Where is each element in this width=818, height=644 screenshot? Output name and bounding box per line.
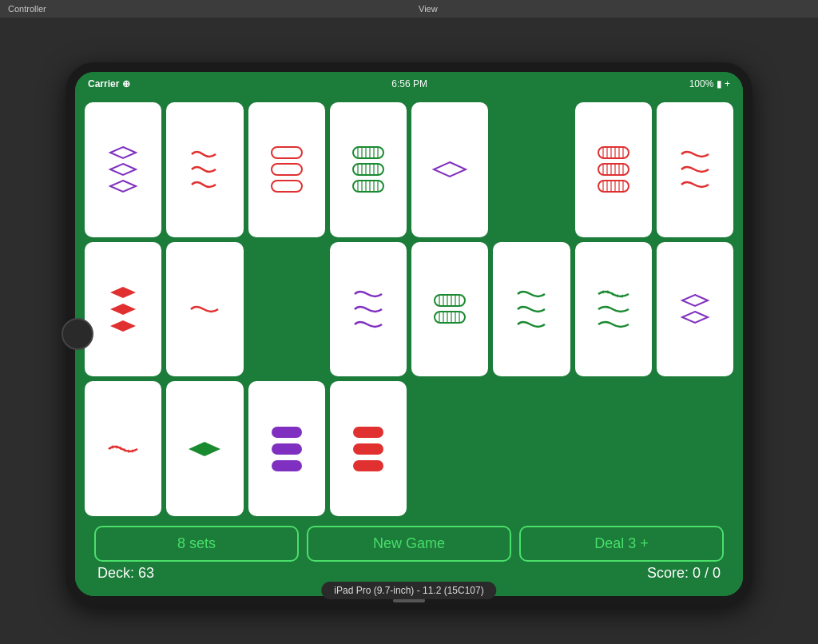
svg-marker-1 [110, 164, 136, 175]
svg-rect-92 [353, 443, 383, 455]
carrier-label: Carrier ⊕ [88, 78, 130, 89]
card-1[interactable] [85, 102, 161, 237]
card-7[interactable] [575, 102, 652, 237]
svg-marker-80 [682, 312, 708, 323]
card-19[interactable] [248, 381, 325, 516]
cards-grid [85, 102, 733, 516]
deck-info: Deck: 63 [97, 565, 154, 582]
card-2[interactable] [166, 102, 243, 237]
card-23-empty [575, 381, 652, 516]
card-14[interactable] [493, 242, 570, 377]
svg-marker-55 [110, 287, 136, 298]
svg-marker-79 [682, 295, 708, 306]
home-button[interactable] [62, 318, 93, 350]
card-4[interactable] [330, 102, 407, 237]
window-title-left: Controller [8, 4, 46, 14]
buttons-row: 8 sets New Game Deal 3 + [94, 526, 724, 562]
time-label: 6:56 PM [391, 78, 427, 89]
svg-marker-30 [434, 162, 466, 177]
deal-button[interactable]: Deal 3 + [519, 526, 724, 562]
window-chrome: Controller View [0, 0, 818, 18]
svg-marker-57 [110, 320, 136, 332]
card-21-empty [411, 381, 488, 516]
card-5[interactable] [411, 102, 488, 237]
card-9[interactable] [85, 242, 161, 377]
svg-rect-3 [272, 147, 302, 158]
card-22-empty [493, 381, 570, 516]
desktop: Controller View Carrier ⊕ 6:56 PM 100% ▮… [0, 0, 818, 644]
svg-rect-5 [272, 181, 302, 192]
card-16[interactable] [657, 242, 733, 377]
battery-label: 100% ▮ + [689, 78, 730, 89]
card-15[interactable] [575, 242, 652, 377]
svg-rect-91 [353, 427, 383, 438]
score-info: Score: 0 / 0 [647, 565, 721, 582]
info-row: Deck: 63 Score: 0 / 0 [94, 565, 724, 582]
sets-button[interactable]: 8 sets [94, 526, 299, 562]
svg-rect-4 [272, 164, 302, 175]
svg-marker-0 [110, 147, 136, 158]
svg-marker-56 [110, 304, 136, 315]
new-game-button[interactable]: New Game [307, 526, 511, 562]
card-11-empty [248, 242, 325, 377]
card-13[interactable] [411, 242, 488, 377]
svg-rect-88 [272, 427, 302, 438]
card-20[interactable] [330, 381, 407, 516]
game-area: 8 sets New Game Deal 3 + Deck: 63 Score:… [75, 96, 743, 596]
ipad-device: Carrier ⊕ 6:56 PM 100% ▮ + [66, 62, 752, 606]
svg-marker-87 [189, 442, 220, 456]
bottom-bar: 8 sets New Game Deal 3 + Deck: 63 Score:… [85, 521, 733, 590]
card-8[interactable] [657, 102, 733, 237]
card-18[interactable] [166, 381, 243, 516]
svg-marker-2 [110, 181, 136, 192]
svg-rect-90 [272, 460, 302, 471]
card-3[interactable] [248, 102, 325, 237]
window-title-right: View [46, 4, 810, 14]
status-bar: Carrier ⊕ 6:56 PM 100% ▮ + [75, 72, 743, 96]
card-12[interactable] [330, 242, 407, 377]
card-24-empty [657, 381, 733, 516]
card-17[interactable] [85, 381, 161, 516]
svg-rect-93 [353, 460, 383, 471]
ipad-screen: Carrier ⊕ 6:56 PM 100% ▮ + [75, 72, 743, 596]
card-6-empty [493, 102, 570, 237]
svg-rect-89 [272, 443, 302, 455]
card-10[interactable] [166, 242, 243, 377]
device-label: iPad Pro (9.7-inch) - 11.2 (15C107) [321, 582, 496, 599]
